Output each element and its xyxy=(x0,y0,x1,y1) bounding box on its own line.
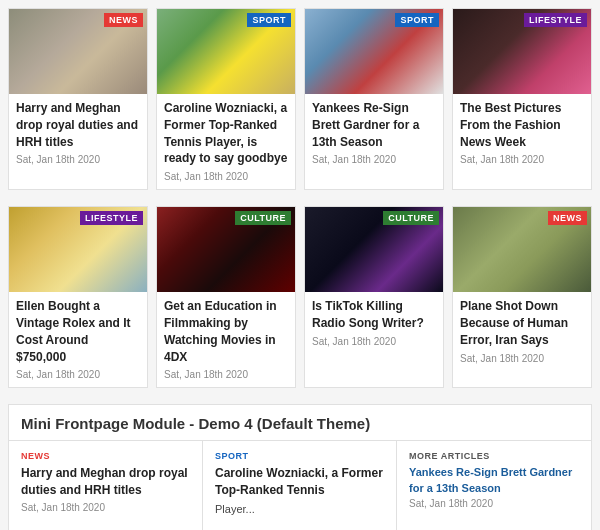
module-col3-badge: MORE ARTICLES xyxy=(409,451,579,461)
module-grid: NEWS Harry and Meghan drop royal duties … xyxy=(9,441,591,530)
card-title[interactable]: Get an Education in Filmmaking by Watchi… xyxy=(164,298,288,365)
card-badge: SPORT xyxy=(247,13,291,27)
card-badge: CULTURE xyxy=(235,211,291,225)
card-title[interactable]: Is TikTok Killing Radio Song Writer? xyxy=(312,298,436,332)
news-card[interactable]: NEWS Plane Shot Down Because of Human Er… xyxy=(452,206,592,388)
module-col2-badge: SPORT xyxy=(215,451,384,461)
card-image-wrap: LIFESTYLE xyxy=(453,9,591,94)
card-body: Caroline Wozniacki, a Former Top-Ranked … xyxy=(157,94,295,189)
card-image-wrap: SPORT xyxy=(305,9,443,94)
more-item-date: Sat, Jan 18th 2020 xyxy=(409,498,579,509)
module-title: Mini Frontpage Module - Demo 4 (Default … xyxy=(9,405,591,441)
card-title[interactable]: Plane Shot Down Because of Human Error, … xyxy=(460,298,584,348)
card-image-wrap: NEWS xyxy=(9,9,147,94)
card-title[interactable]: Yankees Re-Sign Brett Gardner for a 13th… xyxy=(312,100,436,150)
card-body: Yankees Re-Sign Brett Gardner for a 13th… xyxy=(305,94,443,172)
module-col2-title[interactable]: Caroline Wozniacki, a Former Top-Ranked … xyxy=(215,465,384,499)
card-badge: LIFESTYLE xyxy=(524,13,587,27)
news-card[interactable]: LIFESTYLE Ellen Bought a Vintage Rolex a… xyxy=(8,206,148,388)
card-date: Sat, Jan 18th 2020 xyxy=(312,336,436,347)
card-title[interactable]: Caroline Wozniacki, a Former Top-Ranked … xyxy=(164,100,288,167)
card-title[interactable]: The Best Pictures From the Fashion News … xyxy=(460,100,584,150)
card-image-wrap: LIFESTYLE xyxy=(9,207,147,292)
news-card[interactable]: CULTURE Is TikTok Killing Radio Song Wri… xyxy=(304,206,444,388)
grid-row-2: LIFESTYLE Ellen Bought a Vintage Rolex a… xyxy=(8,206,592,388)
module-col-1: NEWS Harry and Meghan drop royal duties … xyxy=(9,441,203,530)
module-col1-title[interactable]: Harry and Meghan drop royal duties and H… xyxy=(21,465,190,499)
card-grid-top: NEWS Harry and Meghan drop royal duties … xyxy=(0,0,600,198)
card-badge: CULTURE xyxy=(383,211,439,225)
card-image-wrap: CULTURE xyxy=(305,207,443,292)
card-body: Is TikTok Killing Radio Song Writer? Sat… xyxy=(305,292,443,354)
module-col-2: SPORT Caroline Wozniacki, a Former Top-R… xyxy=(203,441,397,530)
card-date: Sat, Jan 18th 2020 xyxy=(16,154,140,165)
card-image-wrap: NEWS xyxy=(453,207,591,292)
card-badge: NEWS xyxy=(548,211,587,225)
card-body: Plane Shot Down Because of Human Error, … xyxy=(453,292,591,370)
more-articles-list: Yankees Re-Sign Brett Gardner for a 13th… xyxy=(409,465,579,517)
card-date: Sat, Jan 18th 2020 xyxy=(312,154,436,165)
card-date: Sat, Jan 18th 2020 xyxy=(16,369,140,380)
card-date: Sat, Jan 18th 2020 xyxy=(164,171,288,182)
card-body: Get an Education in Filmmaking by Watchi… xyxy=(157,292,295,387)
module-col1-date: Sat, Jan 18th 2020 xyxy=(21,502,190,513)
card-body: Ellen Bought a Vintage Rolex and It Cost… xyxy=(9,292,147,387)
module-col-3: MORE ARTICLES Yankees Re-Sign Brett Gard… xyxy=(397,441,591,530)
news-card[interactable]: CULTURE Get an Education in Filmmaking b… xyxy=(156,206,296,388)
card-date: Sat, Jan 18th 2020 xyxy=(460,154,584,165)
card-body: The Best Pictures From the Fashion News … xyxy=(453,94,591,172)
card-badge: NEWS xyxy=(104,13,143,27)
news-card[interactable]: LIFESTYLE The Best Pictures From the Fas… xyxy=(452,8,592,190)
card-date: Sat, Jan 18th 2020 xyxy=(460,353,584,364)
mini-frontpage-module: Mini Frontpage Module - Demo 4 (Default … xyxy=(8,404,592,530)
news-card[interactable]: NEWS Harry and Meghan drop royal duties … xyxy=(8,8,148,190)
card-title[interactable]: Harry and Meghan drop royal duties and H… xyxy=(16,100,140,150)
news-card[interactable]: SPORT Yankees Re-Sign Brett Gardner for … xyxy=(304,8,444,190)
card-grid-bottom: LIFESTYLE Ellen Bought a Vintage Rolex a… xyxy=(0,198,600,396)
card-title[interactable]: Ellen Bought a Vintage Rolex and It Cost… xyxy=(16,298,140,365)
news-card[interactable]: SPORT Caroline Wozniacki, a Former Top-R… xyxy=(156,8,296,190)
module-col1-badge: NEWS xyxy=(21,451,190,461)
module-col2-sub: Player... xyxy=(215,502,384,517)
card-body: Harry and Meghan drop royal duties and H… xyxy=(9,94,147,172)
card-image-wrap: CULTURE xyxy=(157,207,295,292)
card-date: Sat, Jan 18th 2020 xyxy=(164,369,288,380)
card-badge: LIFESTYLE xyxy=(80,211,143,225)
more-item-title[interactable]: Yankees Re-Sign Brett Gardner for a 13th… xyxy=(409,465,579,496)
grid-row-1: NEWS Harry and Meghan drop royal duties … xyxy=(8,8,592,190)
more-article-item: Yankees Re-Sign Brett Gardner for a 13th… xyxy=(409,465,579,517)
card-badge: SPORT xyxy=(395,13,439,27)
card-image-wrap: SPORT xyxy=(157,9,295,94)
